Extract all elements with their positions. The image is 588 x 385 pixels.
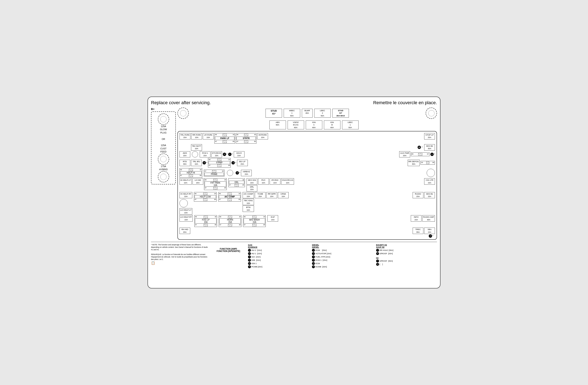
- left-panel: B+ 125AGLOWPLUGOR125ACUSTFEED 175AHYBRID: [151, 107, 176, 240]
- relay-circle-1: [192, 151, 198, 157]
- relay-wswash: 8630 W/S WASH15A 8785: [243, 215, 266, 227]
- h2-text-8: [ ]: [380, 263, 383, 265]
- fuse-trlpark: TRL PARK15A: [180, 133, 190, 139]
- gas-num-6: 6: [248, 265, 251, 268]
- fuse-mbec1: MBEC150A: [284, 109, 300, 118]
- fuse-igna: IGNA40A: [306, 121, 322, 129]
- gas-item-2: 2 INJ 1 [15A]: [248, 252, 309, 255]
- top-connector-left: [158, 113, 169, 125]
- gas-text-4: 02B [15A]: [252, 259, 261, 261]
- star-2: *: [227, 153, 227, 156]
- left-label-text: 125AGLOWPLUGOR125ACUSTFEED: [160, 125, 167, 153]
- fuse-row-1: TRL PARK15A RR PARK10A LR PARK10A 8630 P…: [180, 133, 435, 144]
- function-label: FUNCTION [AMP]FONCTION [INTENSITÉ]: [212, 248, 245, 252]
- star-3: *: [235, 162, 236, 164]
- fuse-hihdlprt: HI HDLP-RT10A: [180, 192, 192, 198]
- num-4-circle: ④: [236, 171, 239, 174]
- except-text-8: S/ROOF [25A]: [380, 252, 393, 255]
- fuse-seoign: SEO IGN10A: [247, 178, 257, 185]
- h2-num-7: 7: [376, 259, 379, 262]
- diesel-num-3: 3: [312, 256, 315, 258]
- fuse-pcm1: PCM 115A: [200, 151, 210, 158]
- fuse-4ws: 4WS15A: [180, 151, 190, 158]
- diesel-num-4: 4: [312, 259, 315, 262]
- legend-diesel-col: DIESELDIESEL 1 ECM [25A] 2 ACTUATOR [15A…: [312, 244, 373, 269]
- fuse-lohdlplt: LO HDLP-LT10A: [180, 208, 192, 214]
- fuse-row-4: RTD30A TRL B/U10A ⑥ * 8630 F/PMP 8785: [180, 158, 435, 168]
- diesel-item-3: 3 FUEL HTR [15A]: [312, 256, 373, 258]
- fuse-seob2: SEO B230A: [424, 144, 435, 151]
- star-6: *: [206, 162, 207, 164]
- relay-prime: 8785 PRIME: [204, 170, 225, 176]
- relay-drl: 30 DRL 8785: [228, 178, 245, 187]
- fuse-row-8: LO HDLP-RT10A 8630 FOG LP15A 8785: [180, 215, 435, 227]
- diesel-title: DIESELDIESEL: [312, 244, 373, 248]
- relay-auxpwr: 8587: [411, 152, 430, 156]
- fuse-tbcbatt: TBC BATT10A: [191, 144, 202, 151]
- fuse-eap: EAP15A: [267, 215, 278, 222]
- diesel-num-2: 2: [312, 252, 315, 255]
- diesel-text-3: FUEL HTR [15A]: [315, 256, 330, 258]
- gas-num-3: 3: [248, 256, 251, 258]
- fuse-trlbu: TRL B/U10A: [191, 160, 202, 166]
- fuse-stud1: STUD#1*: [266, 109, 282, 118]
- star-5: *: [434, 153, 435, 156]
- relay-rrdefog: 3086: [420, 161, 435, 165]
- diesel-text-6: ECMB [20A]: [315, 266, 327, 268]
- relay-fpmp: 8630 F/PMP 8785: [208, 158, 231, 168]
- fuse-drl-fuse: DRL10A: [247, 185, 257, 192]
- fuse-sba: SBA15A: [424, 228, 435, 234]
- fuse-tcmb: TCMB25A: [255, 192, 266, 198]
- diesel-num-1: 1: [312, 249, 315, 252]
- except-item-8: 8 S/ROOF [25A]: [376, 252, 437, 255]
- fuse-airbag: AIRBAG15A: [241, 170, 252, 176]
- fuse-lohdlprt: LO HDLP-RT10A: [180, 215, 193, 222]
- gas-item-3: 3 02A [15A]: [248, 256, 309, 258]
- diesel-text-2: ACTUATOR [15A]: [315, 252, 331, 255]
- except-text-7: RR HVAC [30A]: [380, 249, 394, 251]
- fuse-lrpark: LR PARK10A: [203, 133, 213, 139]
- fuse-stud2: STUD#2*30A MAX: [332, 109, 349, 118]
- right-area: STUD#1* MBEC150A BLWR40A LBEC250A STUD#2…: [177, 107, 437, 240]
- gas-num-5: 5: [248, 262, 251, 265]
- star-4: *: [239, 172, 240, 174]
- fuse-radio: RADIO15A: [413, 192, 423, 198]
- fuse-lbec1: LBEC150A: [342, 121, 358, 129]
- gas-title: GASESSENCE: [248, 244, 309, 248]
- fuse-auxpwr: AUX PWR20A: [399, 151, 410, 158]
- fuse-hihdlplt: HI HDLP-LT10A: [180, 178, 192, 185]
- mid-connector-left: [158, 153, 169, 165]
- diesel-text-1: ECM [25A]: [315, 249, 327, 251]
- star-7: *: [432, 235, 433, 237]
- fuse-accomp: A/C COMP10A: [243, 192, 254, 198]
- fuse-rrdefog: RR DEFOG30A: [408, 160, 420, 166]
- bottom-connector-left: [158, 171, 169, 182]
- gas-text-2: INJ 1 [15A]: [252, 252, 262, 255]
- except-num-8: 8: [376, 252, 379, 255]
- legend-note-col: * NOTE: The function and amperage of the…: [151, 244, 209, 269]
- bottom-legend: * NOTE: The function and amperage of the…: [151, 242, 437, 269]
- num-2-circle: ②: [223, 153, 226, 156]
- fuse-info: INFO15A: [411, 215, 421, 222]
- h2-num-8: 8: [376, 263, 379, 266]
- top-connector-1: [177, 107, 189, 119]
- legend-except-col: EXCEPT H2SAUF H2 7 RR HVAC [30A] 8 S/ROO…: [376, 244, 437, 269]
- fuse-intpark: INTPARK10A: [257, 133, 268, 139]
- diesel-item-6: 6 ECMB [20A]: [312, 265, 373, 268]
- relay-foglp: 8630 FOG LP15A 8785: [194, 215, 217, 227]
- diesel-text-5: ECM: [315, 262, 320, 264]
- relay-circle-3: [427, 169, 435, 177]
- except-num-7: 7: [376, 249, 379, 252]
- relay-circle-2: [227, 170, 233, 176]
- gas-num-1: 1: [248, 249, 251, 252]
- gas-text-3: 02A [15A]: [252, 256, 261, 258]
- fuse-row-7: HI HDLP-RT10A LO HDLP-LT10A 8630 HDLP-LO…: [180, 192, 435, 214]
- h2-item-8: 8 [ ]: [376, 263, 437, 266]
- fuse-tbcign1: TBC IGN110A: [243, 199, 254, 205]
- fuse-row-9: RH HID20A TREC30A SBA15A: [180, 228, 435, 234]
- gas-text-6: PCMB [20A]: [252, 266, 262, 268]
- relay-horn: 8630 HORN15A 8785: [219, 215, 241, 227]
- fuse-rrpark: RR PARK10A: [191, 133, 202, 139]
- except-item-7: 7 RR HVAC [30A]: [376, 249, 437, 252]
- relay-parklp: 8630 PARK LP 8785: [214, 133, 235, 144]
